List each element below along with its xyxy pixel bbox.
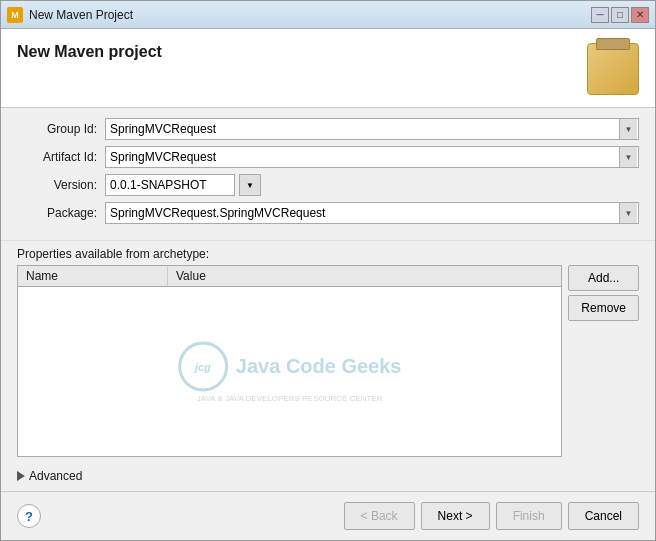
properties-table: Name Value Java Code Geeks JAVA & JAVA D… xyxy=(17,265,562,457)
next-button[interactable]: Next > xyxy=(421,502,490,530)
minimize-button[interactable]: ─ xyxy=(591,7,609,23)
package-label: Package: xyxy=(17,206,97,220)
dialog-content: New Maven project Group Id: ▼ Artifact I… xyxy=(1,29,655,540)
version-row: Version: ▼ xyxy=(17,174,639,196)
version-label: Version: xyxy=(17,178,97,192)
group-id-label: Group Id: xyxy=(17,122,97,136)
close-button[interactable]: ✕ xyxy=(631,7,649,23)
window-icon: M xyxy=(7,7,23,23)
advanced-toggle[interactable]: Advanced xyxy=(17,469,639,483)
watermark-subtext: JAVA & JAVA DEVELOPERS RESOURCE CENTER xyxy=(197,393,383,402)
form-section: Group Id: ▼ Artifact Id: ▼ Version: ▼ xyxy=(1,108,655,241)
properties-section: Properties available from archetype: Nam… xyxy=(1,241,655,465)
table-buttons: Add... Remove xyxy=(568,265,639,457)
artifact-id-wrapper: ▼ xyxy=(105,146,639,168)
group-id-input[interactable] xyxy=(105,118,639,140)
title-bar: M New Maven Project ─ □ ✕ xyxy=(1,1,655,29)
artifact-id-input[interactable] xyxy=(105,146,639,168)
advanced-triangle-icon xyxy=(17,471,25,481)
package-row: Package: ▼ xyxy=(17,202,639,224)
title-controls: ─ □ ✕ xyxy=(591,7,649,23)
main-window: M New Maven Project ─ □ ✕ New Maven proj… xyxy=(0,0,656,541)
properties-area: Name Value Java Code Geeks JAVA & JAVA D… xyxy=(17,265,639,457)
finish-button[interactable]: Finish xyxy=(496,502,562,530)
properties-label: Properties available from archetype: xyxy=(17,247,639,261)
col-name-header: Name xyxy=(18,266,168,286)
table-body[interactable]: Java Code Geeks JAVA & JAVA DEVELOPERS R… xyxy=(18,287,561,456)
group-id-row: Group Id: ▼ xyxy=(17,118,639,140)
watermark: Java Code Geeks JAVA & JAVA DEVELOPERS R… xyxy=(178,341,402,402)
header-section: New Maven project xyxy=(1,29,655,108)
watermark-logo: Java Code Geeks xyxy=(178,341,402,391)
package-input[interactable] xyxy=(105,202,639,224)
artifact-id-row: Artifact Id: ▼ xyxy=(17,146,639,168)
cancel-button[interactable]: Cancel xyxy=(568,502,639,530)
help-button[interactable]: ? xyxy=(17,504,41,528)
footer-left: ? xyxy=(17,504,41,528)
maven-icon xyxy=(587,43,639,95)
table-header: Name Value xyxy=(18,266,561,287)
remove-button[interactable]: Remove xyxy=(568,295,639,321)
artifact-id-label: Artifact Id: xyxy=(17,150,97,164)
maximize-button[interactable]: □ xyxy=(611,7,629,23)
version-dropdown-arrow[interactable]: ▼ xyxy=(239,174,261,196)
version-input-group: ▼ xyxy=(105,174,261,196)
advanced-section: Advanced xyxy=(1,465,655,491)
version-input[interactable] xyxy=(105,174,235,196)
add-button[interactable]: Add... xyxy=(568,265,639,291)
advanced-label: Advanced xyxy=(29,469,82,483)
title-bar-left: M New Maven Project xyxy=(7,7,133,23)
jcg-circle xyxy=(178,341,228,391)
group-id-wrapper: ▼ xyxy=(105,118,639,140)
footer: ? < Back Next > Finish Cancel xyxy=(1,492,655,540)
footer-buttons: < Back Next > Finish Cancel xyxy=(344,502,639,530)
window-title: New Maven Project xyxy=(29,8,133,22)
dialog-title: New Maven project xyxy=(17,43,162,61)
package-wrapper: ▼ xyxy=(105,202,639,224)
back-button[interactable]: < Back xyxy=(344,502,415,530)
watermark-brand: Java Code Geeks xyxy=(236,355,402,378)
col-value-header: Value xyxy=(168,266,561,286)
